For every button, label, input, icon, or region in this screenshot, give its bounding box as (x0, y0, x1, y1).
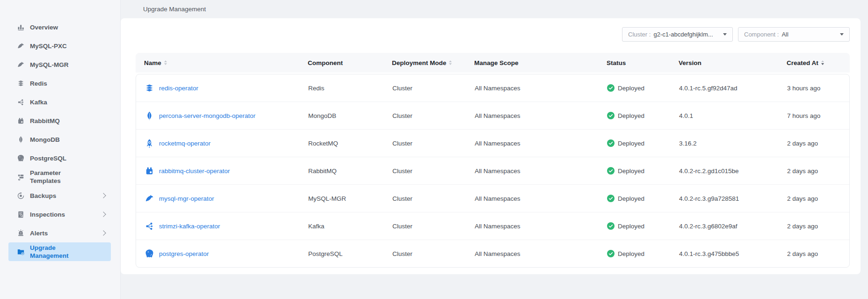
table-body: redis-operator Redis Cluster All Namespa… (136, 74, 850, 268)
component-filter-dropdown[interactable]: Component : All (738, 27, 850, 42)
content-panel: Cluster : g2-c1-abcdefghijklm... Compone… (121, 18, 861, 274)
cluster-filter-dropdown[interactable]: Cluster : g2-c1-abcdefghijklm... (622, 27, 733, 42)
column-header-label: Manage Scope (474, 59, 519, 66)
status-badge: Deployed (607, 222, 644, 230)
sidebar-item-mongodb[interactable]: MongoDB (0, 130, 120, 149)
redis-icon (145, 83, 154, 93)
version-cell: 4.0.2-rc.3.g9a728581 (671, 185, 779, 212)
created-at-cell: 2 days ago (779, 130, 849, 157)
sidebar-item-label: Upgrade Management (30, 244, 79, 260)
component-cell: PostgreSQL (300, 240, 384, 267)
deployment-mode-cell: Cluster (384, 157, 466, 184)
sidebar-item-label: RabbitMQ (30, 117, 60, 125)
created-at-cell: 7 hours ago (779, 102, 849, 129)
version-cell: 4.0.1-rc.3.g475bbbe5 (671, 240, 779, 267)
sidebar-item-kafka[interactable]: Kafka (0, 93, 120, 111)
check-circle-icon (607, 195, 615, 202)
check-circle-icon (607, 167, 615, 175)
sidebar-item-parameter-templates[interactable]: Parameter Templates (0, 168, 120, 186)
status-label: Deployed (618, 223, 644, 230)
mysql-icon (17, 61, 25, 69)
check-circle-icon (607, 84, 615, 92)
deployment-mode-cell: Cluster (384, 212, 466, 240)
created-at-cell: 2 days ago (779, 212, 849, 240)
version-cell: 3.16.2 (671, 130, 779, 157)
manage-scope-cell: All Namespaces (466, 185, 599, 212)
table-row: rocketmq-operator RocketMQ Cluster All N… (136, 130, 849, 157)
column-header-label: Created At (787, 59, 818, 66)
sort-icon (164, 60, 167, 65)
column-header-deployment-mode[interactable]: Deployment Mode (383, 53, 466, 73)
postgresql-icon (17, 154, 25, 162)
operator-name-link[interactable]: percona-server-mongodb-operator (159, 112, 255, 119)
cluster-filter-label: Cluster : (628, 31, 651, 38)
component-cell: RabbitMQ (300, 157, 384, 184)
sidebar-item-postgresql[interactable]: PostgreSQL (0, 149, 120, 168)
sidebar-item-upgrade-management[interactable]: Upgrade Management (8, 242, 111, 261)
table-row: mysql-mgr-operator MySQL-MGR Cluster All… (136, 185, 849, 212)
check-circle-icon (607, 139, 615, 147)
sidebar-item-label: Inspections (30, 211, 65, 219)
column-header-component: Component (299, 53, 383, 73)
created-at-cell: 3 hours ago (779, 74, 849, 102)
mongodb-icon (17, 136, 25, 144)
deployment-mode-cell: Cluster (384, 130, 466, 157)
sidebar-item-backups[interactable]: Backups (0, 186, 120, 205)
created-at-cell: 2 days ago (779, 157, 849, 184)
sort-icon (821, 60, 824, 65)
parameter-templates-icon (17, 173, 25, 181)
chevron-right-icon (101, 230, 106, 235)
status-label: Deployed (618, 250, 644, 257)
operator-name-link[interactable]: postgres-operator (159, 250, 209, 257)
table-row: strimzi-kafka-operator Kafka Cluster All… (136, 212, 849, 240)
sidebar-item-alerts[interactable]: Alerts (0, 224, 120, 242)
breadcrumb: Upgrade Management (143, 6, 206, 13)
sidebar-item-rabbitmq[interactable]: RabbitMQ (0, 111, 120, 130)
column-header-created-at[interactable]: Created At (778, 53, 850, 73)
sidebar-item-label: Kafka (30, 98, 47, 106)
app-layout: Overview MySQL-PXC MySQL-MGR Redis Kafka… (0, 0, 868, 299)
status-badge: Deployed (607, 250, 644, 257)
operator-name-link[interactable]: rocketmq-operator (159, 140, 210, 147)
deployment-mode-cell: Cluster (384, 185, 466, 212)
manage-scope-cell: All Namespaces (466, 74, 599, 102)
status-badge: Deployed (607, 84, 644, 92)
version-cell: 4.0.2-rc.2.gd1c015be (671, 157, 779, 184)
version-cell: 4.0.1-rc.5.gf92d47ad (671, 74, 779, 102)
overview-icon (17, 23, 25, 31)
sidebar-item-mysql-mgr[interactable]: MySQL-MGR (0, 55, 120, 74)
main-area: Upgrade Management Cluster : g2-c1-abcde… (121, 0, 868, 299)
sidebar-item-label: Redis (30, 80, 47, 88)
mysql-icon (145, 194, 154, 204)
status-label: Deployed (618, 140, 644, 147)
sidebar-item-mysql-pxc[interactable]: MySQL-PXC (0, 36, 120, 55)
column-header-label: Deployment Mode (392, 59, 446, 66)
column-header-label: Name (144, 59, 161, 66)
redis-icon (17, 80, 25, 88)
version-cell: 4.0.1 (671, 102, 779, 129)
operator-name-link[interactable]: redis-operator (159, 85, 198, 92)
component-cell: Redis (300, 74, 384, 102)
rabbitmq-icon (145, 166, 154, 176)
operator-name-link[interactable]: strimzi-kafka-operator (159, 223, 220, 230)
version-cell: 4.0.2-rc.3.g6802e9af (671, 212, 779, 240)
status-badge: Deployed (607, 139, 644, 147)
status-badge: Deployed (607, 112, 644, 119)
sidebar-item-label: MySQL-PXC (30, 42, 67, 50)
breadcrumb-bar: Upgrade Management (121, 0, 868, 18)
column-header-name[interactable]: Name (136, 53, 299, 73)
sidebar-item-inspections[interactable]: Inspections (0, 205, 120, 224)
operator-name-link[interactable]: mysql-mgr-operator (159, 195, 214, 202)
sidebar-item-redis[interactable]: Redis (0, 74, 120, 93)
component-cell: Kafka (300, 212, 384, 240)
chevron-right-icon (101, 211, 106, 217)
sidebar-item-label: PostgreSQL (30, 154, 66, 162)
column-header-manage-scope: Manage Scope (466, 53, 598, 73)
kafka-icon (17, 98, 25, 106)
table-row: redis-operator Redis Cluster All Namespa… (136, 74, 849, 102)
cluster-filter-value: g2-c1-abcdefghijklm... (653, 31, 719, 38)
operator-name-link[interactable]: rabbitmq-cluster-operator (159, 168, 230, 175)
deployment-mode-cell: Cluster (384, 102, 466, 129)
sidebar-item-label: Overview (30, 23, 58, 31)
sidebar-item-overview[interactable]: Overview (0, 18, 120, 36)
